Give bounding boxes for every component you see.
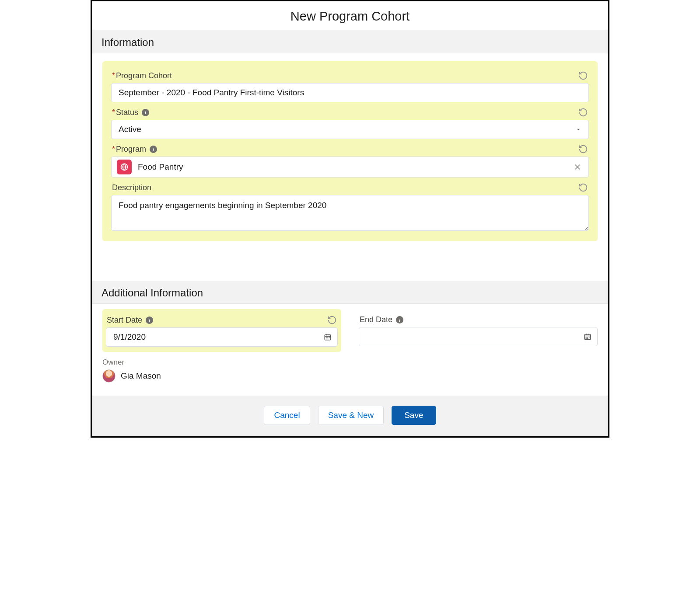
info-icon[interactable]: i — [396, 316, 403, 324]
info-icon[interactable]: i — [150, 146, 157, 153]
field-program: *Program i Food Pantry — [111, 142, 589, 177]
section-header-additional: Additional Information — [92, 281, 608, 304]
required-star: * — [112, 145, 115, 153]
undo-icon[interactable] — [578, 144, 588, 154]
modal-title: New Program Cohort — [92, 9, 608, 24]
field-description: Description — [111, 180, 589, 233]
end-date-input[interactable] — [359, 327, 598, 346]
field-status: *Status i Active — [111, 105, 589, 139]
label-program: *Program i — [112, 145, 157, 154]
label-status: *Status i — [112, 108, 149, 117]
label-description: Description — [112, 183, 151, 192]
start-date-input[interactable] — [106, 327, 338, 347]
program-lookup-value: Food Pantry — [138, 162, 566, 172]
label-program-cohort: *Program Cohort — [112, 71, 172, 80]
start-date-highlight: Start Date i — [102, 309, 341, 352]
close-icon[interactable] — [572, 161, 583, 173]
modal-header: New Program Cohort — [92, 1, 608, 30]
label-start-date: Start Date i — [107, 316, 153, 325]
undo-icon[interactable] — [327, 315, 337, 325]
program-lookup[interactable]: Food Pantry — [111, 157, 589, 177]
save-button[interactable]: Save — [392, 406, 436, 425]
avatar — [102, 369, 116, 383]
status-select[interactable]: Active — [111, 120, 589, 139]
field-program-cohort: *Program Cohort — [111, 68, 589, 102]
save-and-new-button[interactable]: Save & New — [318, 406, 384, 425]
modal-footer: Cancel Save & New Save — [92, 396, 608, 436]
label-owner: Owner — [102, 358, 341, 367]
globe-icon — [117, 160, 132, 174]
section-header-information: Information — [92, 30, 608, 53]
program-cohort-input[interactable] — [111, 83, 589, 102]
col-end-date: End Date i — [359, 309, 598, 383]
required-star: * — [112, 71, 115, 80]
description-textarea[interactable] — [111, 195, 589, 231]
undo-icon[interactable] — [578, 71, 588, 80]
info-icon[interactable]: i — [146, 317, 153, 324]
section-body-additional: Start Date i Own — [92, 304, 608, 396]
owner-name: Gia Mason — [121, 371, 161, 381]
undo-icon[interactable] — [578, 108, 588, 117]
cancel-button[interactable]: Cancel — [264, 406, 310, 425]
section-body-information: *Program Cohort *Status i — [92, 53, 608, 281]
information-highlight: *Program Cohort *Status i — [102, 61, 598, 241]
undo-icon[interactable] — [578, 183, 588, 192]
new-program-cohort-modal: New Program Cohort Information *Program … — [91, 0, 609, 438]
label-end-date: End Date i — [360, 315, 403, 324]
required-star: * — [112, 108, 115, 117]
col-start-date: Start Date i Own — [102, 309, 341, 383]
info-icon[interactable]: i — [142, 109, 149, 116]
field-owner: Owner Gia Mason — [102, 358, 341, 383]
